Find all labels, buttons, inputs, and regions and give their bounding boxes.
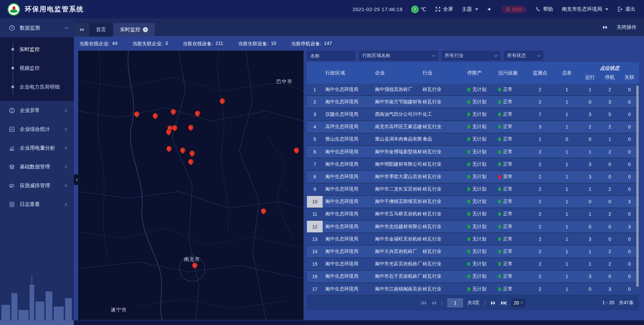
logout-button[interactable]: 退出	[617, 6, 635, 12]
cell-stop-count: 2	[600, 183, 620, 195]
next-page-button[interactable]	[490, 301, 496, 306]
first-page-button[interactable]	[421, 301, 426, 306]
tabs-scroll-right-button[interactable]	[602, 25, 608, 30]
cell-industry: 砖瓦行业	[422, 183, 465, 195]
tab-2[interactable]: 实时监控×	[113, 23, 155, 37]
sidebar-section-label: 企业异常	[20, 107, 65, 114]
table-row[interactable]: 14阆中生态环境局阆中大兴页岩机砖厂砖瓦行业无计划正常21120	[307, 246, 639, 258]
table-row[interactable]: 9阆中生态环境局阆中市二龙长宝页岩砖砖瓦行业无计划正常21120	[307, 183, 639, 196]
sidebar-collapse-button[interactable]	[74, 174, 80, 185]
status-dot-icon	[498, 162, 501, 166]
industry-select[interactable]: 所有行业	[441, 51, 500, 61]
limit-status-text: 无计划	[472, 186, 486, 192]
map-pin[interactable]	[179, 147, 185, 155]
mute-button[interactable]	[487, 6, 493, 12]
map-pin[interactable]	[194, 110, 200, 118]
notifications-badge[interactable]: 2632	[501, 6, 526, 13]
cell-monitor-count: 2	[527, 183, 553, 195]
limit-status-text: 无计划	[472, 211, 486, 217]
cell-row-number: 2	[307, 96, 323, 108]
table-row[interactable]: 12阆中生态环境局阆中市忠信建材有限公砖瓦行业无计划正常21003	[307, 221, 639, 233]
help-button[interactable]: 帮助	[535, 6, 553, 12]
status-select[interactable]: 所有状态	[504, 51, 543, 61]
table-row[interactable]: 6阆中生态环境局阆中市金博瑞新型墙材砖瓦行业无计划正常21120	[307, 146, 639, 158]
map-pin[interactable]	[165, 129, 171, 137]
map-pin[interactable]	[152, 113, 158, 121]
tab-1[interactable]: 首页	[89, 23, 113, 37]
map-pin[interactable]	[166, 146, 172, 154]
map-pin[interactable]	[293, 147, 299, 155]
cell-run-count: 1	[580, 258, 600, 270]
chevron-down-icon	[494, 54, 498, 57]
table-row[interactable]: 13阆中生态环境局阆中市金福旺页岩机砖砖瓦行业无计划正常21300	[307, 233, 639, 246]
map-pin[interactable]	[171, 125, 177, 133]
map-pin[interactable]	[189, 150, 195, 158]
map-pin[interactable]	[219, 98, 225, 106]
sidebar-section-6[interactable]: 应急减排管理	[0, 176, 74, 195]
table-scrollbar[interactable]	[636, 86, 639, 287]
table-row[interactable]: 7阆中生态环境局阆中明阳建材有限公司砖瓦行业无计划正常21300	[307, 158, 639, 171]
table-row[interactable]: 16阆中生态环境局阆中市石子页岩机砖厂砖瓦行业无计划正常21300	[307, 271, 639, 283]
sidebar-section-2[interactable]: 企业异常	[0, 101, 74, 120]
close-operations-button[interactable]: 关闭操作	[616, 24, 637, 31]
close-icon[interactable]: ×	[143, 27, 148, 32]
table-row[interactable]: 11阆中生态环境局阆中市五马桥页岩机砖砖瓦行业无计划正常21120	[307, 208, 639, 221]
table-body: 1阆中生态环境局阆中强锐页岩砖厂砖瓦行业无计划正常211202阆中生态环境局阆中…	[307, 84, 639, 295]
stats-bar: 当前在线企业:44当前失联企业:3当前在线设备:211当前失联设备:10当前停机…	[74, 37, 644, 51]
theme-button[interactable]: 主题	[462, 6, 478, 12]
cell-industry: 砖瓦行业	[422, 121, 465, 133]
cell-region: 阆中生态环境局	[323, 183, 372, 195]
content-row: 巴中市南充市遂宁市 行政区域名称 所有行业	[78, 51, 639, 325]
status-dot-icon	[498, 187, 501, 191]
stat-value: 10	[271, 41, 276, 47]
limit-status-text: 无计划	[472, 273, 486, 279]
table-row[interactable]: 17阆中生态环境局阆中市江南镇阆南页岩砖瓦行业无计划正常21030	[307, 283, 639, 295]
map-pin[interactable]	[170, 109, 176, 117]
table-row[interactable]: 4高坪生态环境局南充市高坪区王家店建砖瓦行业无计划正常31220	[307, 121, 639, 133]
cell-meter-count: 1	[553, 171, 580, 182]
map-pin[interactable]	[133, 111, 140, 119]
map-pin[interactable]	[260, 208, 266, 216]
sidebar-section-1[interactable]: 数据监测	[0, 18, 74, 37]
table-row[interactable]: 2阆中生态环境局阆中市南方节能建材有砖瓦行业无计划正常21030	[307, 96, 639, 108]
cell-row-number: 12	[307, 221, 323, 232]
fullscreen-button[interactable]: 全屏	[435, 6, 453, 12]
sidebar-section-4[interactable]: 企业用电量分析	[0, 139, 74, 157]
region-select[interactable]: 行政区域名称	[359, 51, 438, 61]
map-pin[interactable]	[192, 262, 198, 270]
cell-stop-count: 2	[600, 208, 620, 220]
prev-page-button[interactable]	[431, 301, 437, 306]
table-row[interactable]: 15阆中生态环境局阆中市光富页岩机砖厂砖瓦行业无计划正常21120	[307, 258, 639, 271]
cell-company: 阆中市石子页岩机砖厂	[372, 271, 422, 282]
table-row[interactable]: 1阆中生态环境局阆中强锐页岩砖厂砖瓦行业无计划正常21120	[307, 84, 639, 96]
cell-run-count: 0	[580, 133, 600, 145]
col-header-7: 总表	[553, 62, 580, 84]
map-pin[interactable]	[187, 124, 194, 132]
map-pin[interactable]	[187, 159, 194, 167]
organization-menu[interactable]: 南充市生态环境局	[562, 6, 608, 12]
cell-industry: 砖瓦行业	[422, 158, 465, 170]
facility-status-text: 正常	[503, 199, 513, 205]
table-row[interactable]: 3仪陇生态环境局西南油气田分公司川中化工无计划正常71350	[307, 108, 639, 121]
stat-value: 147	[324, 41, 332, 47]
cell-meter-count: 1	[553, 196, 580, 208]
cell-monitor-count: 2	[527, 196, 553, 208]
sidebar-section-5[interactable]: 基础数据管理	[0, 157, 74, 176]
sidebar-subitem-3[interactable]: 企业电力负荷明细	[0, 77, 74, 96]
tabs-scroll-left-button[interactable]	[74, 23, 89, 37]
table-row[interactable]: 8阆中生态环境局阆中市枣碧大梁山页岩砖瓦行业无计划异常21300	[307, 171, 639, 183]
page-size-select[interactable]: 20	[511, 299, 526, 307]
sidebar-section-7[interactable]: 日志查看	[0, 195, 74, 214]
cell-stop-count: 3	[600, 283, 620, 295]
last-page-button[interactable]	[501, 301, 506, 306]
sidebar-section-3[interactable]: 企业综合统计	[0, 120, 74, 139]
map-panel[interactable]: 巴中市南充市遂宁市	[78, 51, 304, 320]
sidebar-subitem-1[interactable]: 实时监控	[0, 40, 74, 59]
table-row[interactable]: 5营山生态环境局营山县润丰肉食品有限食品无计划正常10010	[307, 133, 639, 146]
name-search-input[interactable]	[307, 51, 356, 61]
table-row[interactable]: 10阆中生态环境局阆中千佛镇五郎垭页岩砖瓦行业无计划正常21003	[307, 196, 639, 208]
sidebar-subitem-2[interactable]: 视频监控	[0, 59, 74, 77]
app-title: 环保用电监管系统	[25, 5, 84, 14]
status-dot-icon	[498, 212, 501, 216]
page-number-input[interactable]: 1	[447, 299, 463, 307]
